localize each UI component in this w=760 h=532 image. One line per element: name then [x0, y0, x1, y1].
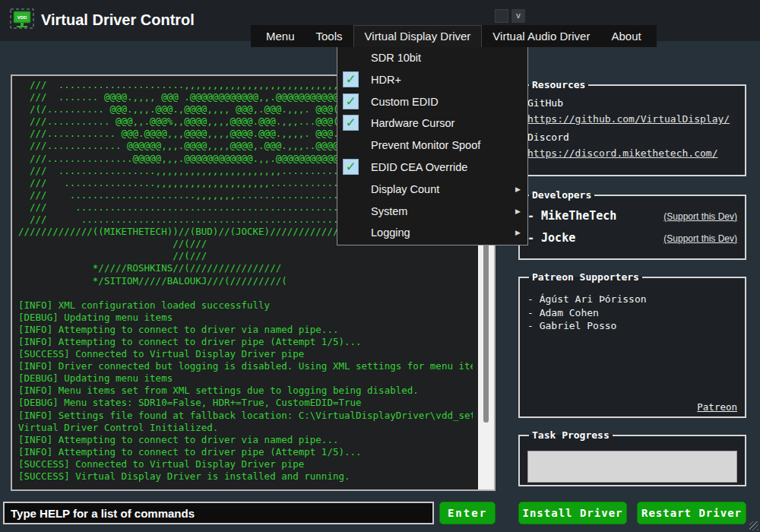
menu-option-custom-edid[interactable]: ✓ Custom EDID ▶: [337, 91, 527, 113]
menu-option-system[interactable]: ✓ System ▶: [337, 201, 527, 223]
checkbox-check-icon: ✓: [343, 71, 359, 87]
menu-item-tools[interactable]: Tools: [306, 25, 353, 47]
github-label: GitHub: [527, 97, 737, 109]
submenu-arrow-icon: ▶: [515, 179, 521, 201]
task-progress-title: Task Progress: [529, 429, 613, 441]
resources-box: Resources GitHub https://github.com/Virt…: [518, 79, 746, 176]
checkbox-check-icon: ✓: [343, 159, 359, 175]
developer-name: - MikeTheTech: [527, 209, 616, 223]
svg-text:VDD: VDD: [17, 15, 27, 20]
patreon-link[interactable]: Patreon: [697, 401, 737, 413]
menu-option-display-count[interactable]: ✓ Display Count ▶: [337, 179, 527, 201]
supporter-item: - Adam Cohen: [527, 306, 737, 320]
resources-title: Resources: [529, 79, 588, 90]
menu-option-hardware-cursor[interactable]: ✓ Hardware Cursor ▶: [337, 112, 527, 135]
github-link[interactable]: https://github.com/VirtualDisplay/: [527, 113, 737, 125]
checkbox-check-icon: ✓: [343, 115, 359, 131]
developer-row: - MikeTheTech (Support this Dev): [527, 209, 737, 223]
support-dev-link[interactable]: (Support this Dev): [663, 211, 737, 222]
submenu-arrow-icon: ▶: [515, 201, 521, 223]
command-input[interactable]: [3, 502, 434, 524]
submenu-arrow-icon: ▶: [515, 222, 521, 244]
virtual-display-driver-menu: ✓ SDR 10bit ▶ ✓ HDR+ ▶ ✓ Custom EDID ▶ ✓…: [337, 47, 528, 245]
menu-bar: Menu Tools Virtual Display Driver Virtua…: [251, 25, 657, 47]
patreon-supporters-box: Patreon Supporters - Ágúst Ari Þórisson …: [518, 271, 746, 418]
menu-option-edid-cea-override[interactable]: ✓ EDID CEA Override ▶: [337, 157, 527, 179]
install-driver-button[interactable]: Install Driver: [518, 502, 627, 524]
supporter-item: - Ágúst Ari Þórisson: [527, 293, 737, 306]
menu-option-prevent-monitor-spoof[interactable]: ✓ Prevent Monitor Spoof ▶: [337, 135, 527, 157]
enter-button[interactable]: Enter: [439, 502, 496, 524]
developers-title: Developers: [529, 189, 594, 201]
patreon-supporters-title: Patreon Supporters: [529, 271, 642, 283]
menu-item-about[interactable]: About: [600, 25, 651, 47]
task-progress-box: Task Progress: [518, 429, 746, 486]
restart-driver-button[interactable]: Restart Driver: [637, 502, 746, 524]
discord-link[interactable]: https://discord.mikethetech.com/: [527, 147, 737, 159]
supporter-item: - Gabriel Posso: [527, 319, 737, 333]
window-resize-grip[interactable]: [749, 521, 758, 530]
titlebar-chevron-down-icon[interactable]: v: [511, 9, 525, 23]
menu-item-virtual-display-driver[interactable]: Virtual Display Driver: [353, 25, 483, 47]
support-dev-link[interactable]: (Support this Dev): [663, 233, 737, 244]
checkbox-check-icon: ✓: [343, 93, 359, 109]
titlebar-blank-button[interactable]: [495, 9, 508, 23]
menu-item-menu[interactable]: Menu: [255, 25, 306, 47]
menu-option-sdr-10bit[interactable]: ✓ SDR 10bit ▶: [337, 47, 527, 69]
menu-option-hdr-plus[interactable]: ✓ HDR+ ▶: [337, 69, 527, 91]
app-title: Virtual Driver Control: [41, 11, 195, 29]
app-window: VDD Virtual Driver Control v Menu Tools …: [0, 0, 760, 532]
app-monitor-icon: VDD: [10, 8, 34, 33]
menu-option-logging[interactable]: ✓ Logging ▶: [337, 222, 527, 244]
developers-box: Developers - MikeTheTech (Support this D…: [518, 189, 746, 260]
menu-item-virtual-audio-driver[interactable]: Virtual Audio Driver: [482, 25, 600, 47]
discord-label: Discord: [527, 131, 737, 143]
developer-name: - Jocke: [527, 231, 575, 245]
developer-row: - Jocke (Support this Dev): [527, 231, 737, 245]
progress-bar: [527, 451, 737, 483]
